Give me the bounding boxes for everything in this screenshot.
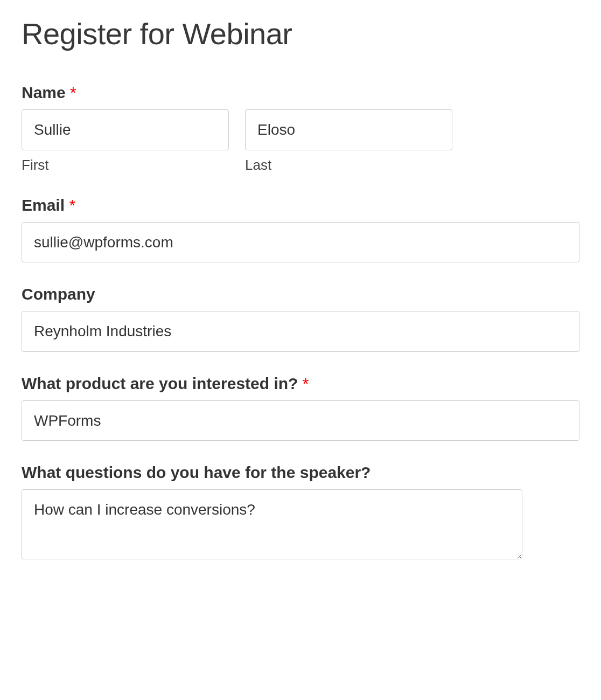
company-label-text: Company <box>22 285 95 303</box>
email-input[interactable] <box>22 222 579 263</box>
last-name-input[interactable] <box>245 109 452 150</box>
company-input[interactable] <box>22 311 579 352</box>
first-name-input[interactable] <box>22 109 229 150</box>
product-input[interactable] <box>22 400 579 441</box>
company-label: Company <box>22 285 579 303</box>
last-name-sublabel: Last <box>245 157 452 174</box>
questions-label-text: What questions do you have for the speak… <box>22 463 371 481</box>
name-label-text: Name <box>22 84 66 101</box>
questions-textarea[interactable] <box>22 489 522 559</box>
questions-label: What questions do you have for the speak… <box>22 463 579 482</box>
email-required-indicator: * <box>69 196 75 214</box>
company-field-group: Company <box>22 285 579 352</box>
product-required-indicator: * <box>303 375 309 392</box>
product-field-group: What product are you interested in? * <box>22 375 579 441</box>
first-name-sublabel: First <box>22 157 229 174</box>
webinar-registration-form: Name * First Last Email * Company <box>22 84 579 562</box>
email-field-group: Email * <box>22 196 579 263</box>
product-label-text: What product are you interested in? <box>22 375 298 392</box>
email-label-text: Email <box>22 196 65 214</box>
product-label: What product are you interested in? * <box>22 375 579 393</box>
name-required-indicator: * <box>70 84 76 101</box>
email-label: Email * <box>22 196 579 214</box>
name-field-group: Name * First Last <box>22 84 579 174</box>
name-label: Name * <box>22 84 579 102</box>
form-title: Register for Webinar <box>22 16 579 51</box>
questions-field-group: What questions do you have for the speak… <box>22 463 579 562</box>
